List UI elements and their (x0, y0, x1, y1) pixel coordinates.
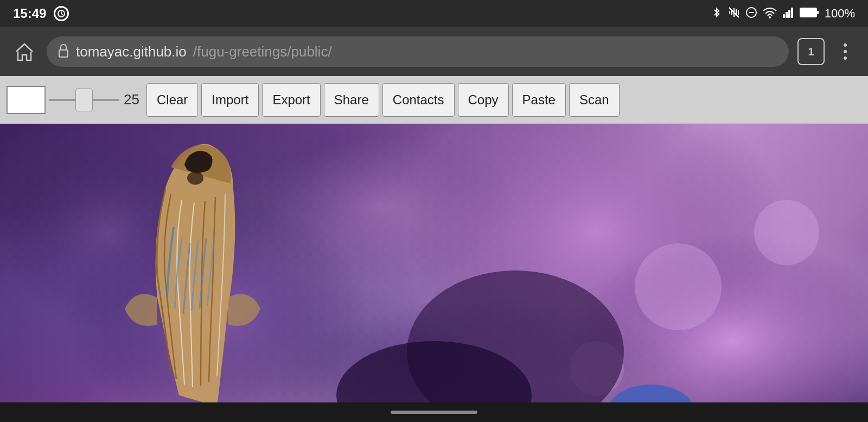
contacts-button[interactable]: Contacts (382, 83, 455, 117)
fish-image (0, 124, 868, 422)
url-domain: tomayac.github.io (76, 43, 187, 60)
clear-button[interactable]: Clear (146, 83, 198, 117)
scan-button[interactable]: Scan (569, 83, 620, 117)
svg-rect-8 (791, 8, 793, 18)
battery-text: 100% (825, 7, 855, 21)
nav-bar (0, 402, 868, 422)
wifi-icon (763, 7, 777, 21)
tab-button[interactable]: 1 (797, 38, 825, 65)
battery-icon (800, 7, 819, 21)
url-path: /fugu-greetings/public/ (193, 43, 332, 60)
main-content[interactable] (0, 124, 868, 422)
color-swatch[interactable] (7, 86, 46, 114)
svg-point-18 (244, 124, 515, 287)
slider-container: 25 (49, 91, 143, 108)
mute-icon (728, 7, 740, 21)
copy-button[interactable]: Copy (458, 83, 509, 117)
svg-point-20 (754, 200, 819, 265)
browser-bar: tomayac.github.io/fugu-greetings/public/… (0, 27, 868, 76)
menu-button[interactable] (833, 40, 857, 64)
menu-dot (844, 50, 847, 53)
menu-dot (844, 43, 847, 47)
nav-indicator (391, 411, 477, 414)
svg-rect-12 (59, 50, 68, 57)
svg-rect-6 (786, 12, 788, 18)
status-time: 15:49 (13, 6, 46, 21)
svg-point-4 (769, 16, 771, 18)
svg-point-25 (187, 172, 203, 185)
bluetooth-icon (711, 7, 723, 21)
paste-button[interactable]: Paste (512, 83, 566, 117)
svg-rect-5 (783, 14, 785, 18)
share-button[interactable]: Share (324, 83, 379, 117)
address-bar[interactable]: tomayac.github.io/fugu-greetings/public/ (47, 36, 789, 67)
dnd-icon (745, 7, 757, 21)
status-bar: 15:49 (0, 0, 868, 27)
menu-dot (844, 56, 847, 60)
svg-rect-11 (816, 11, 819, 14)
home-button[interactable] (11, 38, 38, 65)
svg-rect-7 (788, 10, 790, 18)
signal-icon (782, 7, 794, 21)
toolbar: 25 Clear Import Export Share Contacts Co… (0, 76, 868, 124)
lock-icon (58, 43, 69, 60)
status-left: 15:49 (13, 6, 69, 21)
import-button[interactable]: Import (201, 83, 259, 117)
slider-thumb[interactable] (75, 89, 93, 111)
slider-track[interactable] (49, 99, 119, 101)
export-button[interactable]: Export (262, 83, 320, 117)
status-right: 100% (711, 7, 855, 21)
status-icon (54, 6, 69, 21)
svg-rect-10 (801, 9, 816, 16)
slider-value: 25 (124, 91, 143, 108)
svg-point-19 (635, 243, 722, 330)
